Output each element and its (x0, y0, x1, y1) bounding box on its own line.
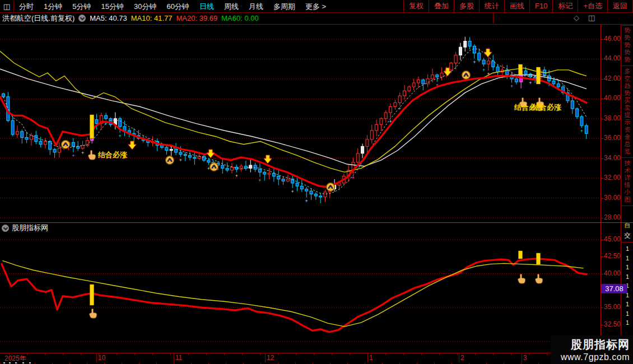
x-axis: 2025年101112123 (0, 353, 633, 363)
chevron-down-icon[interactable] (2, 225, 9, 232)
ma5-readout: MA5: 40.73 (90, 14, 127, 22)
tab-月线[interactable]: 月线 (244, 1, 268, 12)
x-minor-tick (242, 353, 243, 355)
axis-tick (601, 256, 603, 257)
top-bar: ◫ 分时1分钟5分钟15分钟30分钟60分钟日线周线月线多周期更多 > 复权叠加… (0, 0, 633, 13)
price-axis-label: 32.00 (604, 174, 632, 181)
x-minor-tick (224, 353, 225, 355)
x-minor-tick (547, 353, 547, 355)
tab-5分钟[interactable]: 5分钟 (67, 1, 96, 12)
watermark-title: 股朋指标网 (551, 337, 630, 352)
month-separator (522, 353, 522, 362)
x-axis-label: 12 (267, 354, 274, 362)
tab-多周期[interactable]: 多周期 (268, 1, 300, 12)
axis-tick (601, 59, 603, 59)
sub-chart-panel[interactable] (0, 233, 601, 352)
stock-title[interactable]: 洪都航空(日线.前复权) (2, 13, 75, 24)
x-minor-tick (385, 353, 386, 355)
axis-tick (601, 119, 603, 119)
cropped-text-fragment (29, 362, 31, 363)
x-minor-tick (117, 353, 117, 355)
sidebar-item[interactable]: 势 (621, 27, 633, 34)
main-panel-divider (0, 24, 633, 25)
x-minor-tick (206, 353, 207, 355)
sidebar-count[interactable]: 1 (621, 310, 633, 318)
sidebar-item[interactable]: 情 (621, 181, 633, 189)
price-axis-label: 35.00 (604, 303, 632, 311)
x-axis-label: 1 (369, 354, 373, 362)
x-minor-tick (260, 353, 260, 355)
tab-30分钟[interactable]: 30分钟 (129, 1, 161, 12)
x-axis-label: 2 (460, 354, 464, 362)
cropped-text-fragment (9, 362, 11, 363)
price-axis-label: 28.00 (604, 213, 632, 221)
cropped-text-fragment (3, 362, 5, 363)
button-画线[interactable]: 画线 (505, 0, 530, 12)
axis-tick (601, 178, 603, 179)
cropped-text-fragment (15, 362, 17, 363)
price-axis-line (601, 24, 601, 362)
x-minor-tick (188, 353, 189, 355)
axis-tick (601, 39, 603, 40)
chevron-down-icon[interactable] (78, 15, 86, 22)
x-minor-tick (457, 353, 458, 355)
price-axis-label: 44.00 (604, 54, 632, 62)
x-axis-label: 3 (523, 354, 527, 362)
x-minor-tick (332, 353, 332, 355)
button-+自选[interactable]: +自选 (578, 0, 608, 12)
price-axis-label: 34.00 (604, 154, 632, 162)
price-axis-label: 32.50 (604, 320, 632, 328)
month-separator (459, 353, 459, 362)
button-F10[interactable]: F10 (530, 0, 553, 12)
x-minor-tick (27, 353, 27, 355)
title-bar: 洪都航空(日线.前复权) MA5: 40.73 MA10: 41.77 MA20… (0, 13, 494, 24)
sub-chart-title: 股朋指标网 (12, 223, 48, 233)
axis-tick (601, 198, 603, 199)
axis-tick (601, 307, 603, 308)
tab-1分钟[interactable]: 1分钟 (39, 1, 67, 12)
tab-更多 >[interactable]: 更多 > (300, 1, 331, 12)
tab-15分钟[interactable]: 15分钟 (96, 1, 128, 12)
axis-tick (601, 79, 603, 80)
button-多股[interactable]: 多股 (454, 0, 480, 12)
sidebar-item[interactable]: 术 (621, 167, 633, 174)
layout-icon[interactable]: ◫ (0, 1, 14, 12)
price-axis-label: 38.00 (604, 114, 632, 122)
sidebar-separator (621, 25, 633, 26)
x-minor-tick (81, 353, 81, 355)
axis-tick (601, 218, 603, 218)
axis-tick (601, 158, 603, 159)
x-minor-tick (296, 353, 296, 355)
button-标记[interactable]: 标记 (553, 0, 578, 12)
month-separator (96, 353, 97, 362)
axis-tick (601, 99, 603, 99)
tab-分时[interactable]: 分时 (14, 1, 39, 12)
month-separator (265, 353, 266, 362)
axis-tick (601, 240, 603, 240)
x-minor-tick (170, 353, 171, 355)
button-复权[interactable]: 复权 (404, 0, 429, 12)
x-minor-tick (439, 353, 440, 355)
ma20-readout: MA20: 39.69 (176, 14, 218, 22)
price-axis-label: 42.50 (604, 252, 632, 260)
axis-tick (601, 274, 603, 274)
sidebar-count[interactable]: 1 (621, 245, 633, 253)
watermark-url: www.7gpzb.com (551, 352, 630, 362)
tab-周线[interactable]: 周线 (219, 1, 244, 12)
x-minor-tick (403, 353, 404, 355)
price-axis-label: 40.00 (604, 94, 632, 102)
toolbar-buttons: 复权叠加多股统计画线F10标记+自选返回 (403, 0, 633, 12)
sidebar-item[interactable]: 卖 (621, 104, 633, 111)
sidebar-item[interactable]: 趋 (621, 82, 633, 90)
button-统计[interactable]: 统计 (480, 0, 505, 12)
x-minor-tick (134, 353, 135, 355)
button-返回[interactable]: 返回 (608, 0, 633, 12)
main-chart-panel[interactable] (0, 25, 601, 222)
x-minor-tick (493, 353, 494, 355)
sidebar-item[interactable]: 资 (621, 126, 633, 133)
tab-60分钟[interactable]: 60分钟 (161, 1, 194, 12)
tdx-app: ◫ 分时1分钟5分钟15分钟30分钟60分钟日线周线月线多周期更多 > 复权叠加… (0, 0, 633, 364)
price-axis-label: 42.00 (604, 74, 632, 82)
button-叠加[interactable]: 叠加 (429, 0, 454, 12)
tab-日线[interactable]: 日线 (194, 1, 219, 12)
